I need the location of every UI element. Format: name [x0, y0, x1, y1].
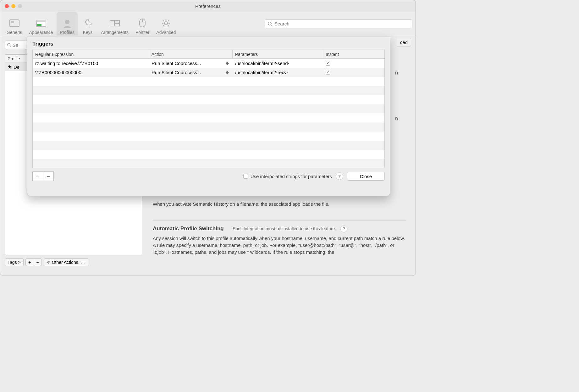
- chevron-down-icon: ⌄: [84, 261, 86, 264]
- tab-appearance[interactable]: Appearance: [26, 12, 56, 35]
- semantic-history-description: When you activate Semantic History on a …: [153, 201, 406, 208]
- svg-line-18: [168, 20, 169, 21]
- tab-advanced[interactable]: Advanced: [153, 12, 179, 35]
- preferences-window: Preferences General Appearance Profiles …: [0, 0, 416, 275]
- remove-profile-button[interactable]: −: [34, 259, 42, 266]
- tab-keys[interactable]: Keys: [78, 12, 97, 35]
- add-trigger-button[interactable]: +: [32, 172, 43, 181]
- checkbox-unchecked[interactable]: [243, 174, 248, 179]
- cell-regex[interactable]: rz waiting to receive.\*\*B0100: [33, 59, 149, 68]
- tab-arrangements[interactable]: Arrangements: [98, 12, 132, 35]
- col-instant[interactable]: Instant: [323, 50, 384, 58]
- profile-name: De: [14, 64, 19, 70]
- help-button[interactable]: ?: [336, 172, 343, 180]
- tab-pointer[interactable]: Pointer: [132, 12, 152, 35]
- svg-line-19: [163, 25, 164, 26]
- svg-rect-7: [115, 20, 119, 23]
- other-actions-dropdown[interactable]: ✲ Other Actions... ⌄: [44, 259, 89, 266]
- svg-rect-0: [10, 20, 19, 27]
- sheet-footer: + − Use interpolated strings for paramet…: [27, 168, 390, 184]
- action-text: Run Silent Coprocess...: [152, 70, 201, 75]
- tab-label: Keys: [83, 30, 92, 35]
- tags-button[interactable]: Tags >: [5, 259, 24, 266]
- col-regex[interactable]: Regular Expression: [33, 50, 149, 58]
- star-icon: ★: [8, 64, 12, 70]
- empty-row: [33, 132, 384, 141]
- checkbox-checked[interactable]: ✓: [326, 61, 330, 66]
- svg-line-21: [271, 25, 272, 26]
- tab-general[interactable]: General: [3, 12, 25, 35]
- svg-line-16: [163, 20, 164, 21]
- appearance-icon: [35, 17, 47, 29]
- search-icon: [7, 43, 11, 47]
- help-button[interactable]: ?: [340, 226, 347, 232]
- close-button[interactable]: Close: [347, 172, 385, 181]
- empty-row: [33, 95, 384, 104]
- col-parameters[interactable]: Parameters: [233, 50, 323, 58]
- svg-point-20: [268, 22, 271, 25]
- cell-action[interactable]: Run Silent Coprocess...: [149, 59, 233, 68]
- gear-icon: ✲: [47, 260, 50, 265]
- checkbox-checked[interactable]: ✓: [326, 70, 330, 75]
- keys-icon: [81, 17, 94, 29]
- svg-rect-4: [37, 24, 41, 26]
- tab-label: Profiles: [60, 30, 74, 35]
- tab-label: Advanced: [156, 30, 176, 35]
- svg-rect-1: [11, 21, 14, 23]
- stepper-icon[interactable]: [226, 60, 230, 67]
- tab-profiles[interactable]: Profiles: [57, 12, 78, 35]
- cell-instant[interactable]: ✓: [323, 68, 384, 77]
- empty-row: [33, 159, 384, 168]
- add-profile-button[interactable]: +: [25, 259, 34, 266]
- svg-line-23: [10, 46, 11, 47]
- svg-point-11: [164, 22, 168, 25]
- col-action[interactable]: Action: [149, 50, 233, 58]
- empty-row: [33, 150, 384, 159]
- action-text: Run Silent Coprocess...: [152, 61, 201, 66]
- tab-label: General: [7, 30, 22, 35]
- empty-row: [33, 104, 384, 113]
- svg-rect-3: [36, 20, 46, 22]
- other-actions-label: Other Actions...: [52, 260, 82, 265]
- tab-label: Pointer: [135, 30, 149, 35]
- empty-row: [33, 86, 384, 95]
- tab-label: Appearance: [29, 30, 53, 35]
- svg-point-22: [8, 43, 10, 46]
- interpolated-strings-checkbox[interactable]: Use interpolated strings for parameters: [243, 174, 332, 179]
- toolbar-search[interactable]: [265, 19, 412, 28]
- advanced-icon: [160, 17, 172, 29]
- cell-instant[interactable]: ✓: [323, 59, 384, 68]
- cell-action[interactable]: Run Silent Coprocess...: [149, 68, 233, 77]
- svg-rect-8: [115, 24, 119, 26]
- general-icon: [8, 17, 21, 29]
- empty-row: [33, 77, 384, 86]
- cell-parameters[interactable]: /usr/local/bin/iterm2-recv-: [233, 68, 323, 77]
- partial-text: n: [395, 70, 398, 76]
- empty-row: [33, 141, 384, 150]
- aps-note: Shell Integration must be installed to u…: [233, 226, 336, 231]
- titlebar: Preferences: [0, 0, 416, 12]
- tab-label: Arrangements: [101, 30, 129, 35]
- toolbar-search-input[interactable]: [274, 21, 410, 26]
- empty-row: [33, 122, 384, 132]
- subtab-advanced-partial[interactable]: ced: [397, 38, 411, 46]
- aps-description: Any session will switch to this profile …: [153, 235, 406, 255]
- sheet-title: Triggers: [27, 36, 390, 50]
- remove-trigger-button[interactable]: −: [43, 172, 54, 181]
- arrangements-icon: [108, 17, 121, 29]
- profiles-icon: [61, 17, 74, 29]
- triggers-sheet: Triggers Regular Expression Action Param…: [27, 36, 390, 196]
- table-header: Regular Expression Action Parameters Ins…: [33, 50, 384, 59]
- trigger-row[interactable]: \*\*B00000000000000 Run Silent Coprocess…: [33, 68, 384, 77]
- window-title: Preferences: [0, 3, 416, 9]
- cell-parameters[interactable]: /usr/local/bin/iterm2-send-: [233, 59, 323, 68]
- stepper-icon[interactable]: [226, 69, 230, 76]
- cell-regex[interactable]: \*\*B00000000000000: [33, 68, 149, 77]
- svg-point-5: [65, 20, 69, 24]
- svg-line-17: [168, 25, 169, 26]
- trigger-row[interactable]: rz waiting to receive.\*\*B0100 Run Sile…: [33, 59, 384, 68]
- interpolated-label: Use interpolated strings for parameters: [251, 174, 332, 179]
- aps-title: Automatic Profile Switching: [153, 225, 224, 233]
- pointer-icon: [136, 17, 149, 29]
- profile-controls: Tags > + − ✲ Other Actions... ⌄: [5, 259, 142, 266]
